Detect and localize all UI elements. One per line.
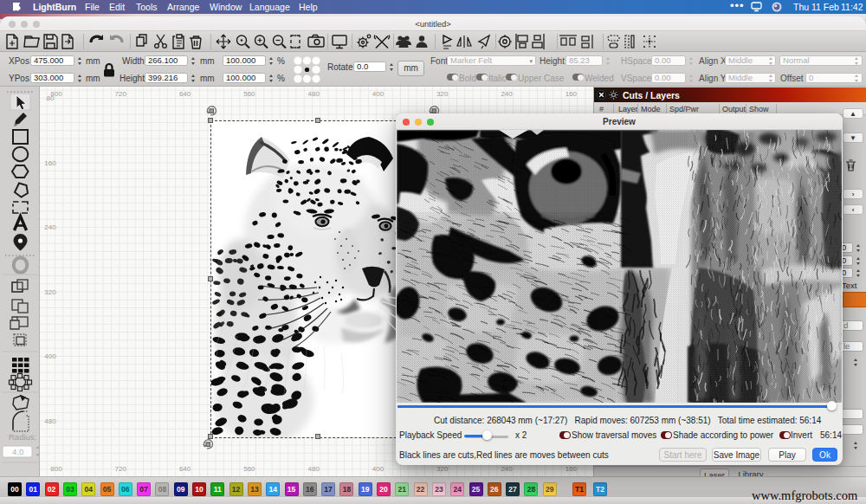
- svg-text:Cuts / Layers: Cuts / Layers: [623, 90, 680, 100]
- svg-text:Radius:: Radius:: [9, 432, 36, 442]
- svg-text:4.0: 4.0: [12, 447, 23, 456]
